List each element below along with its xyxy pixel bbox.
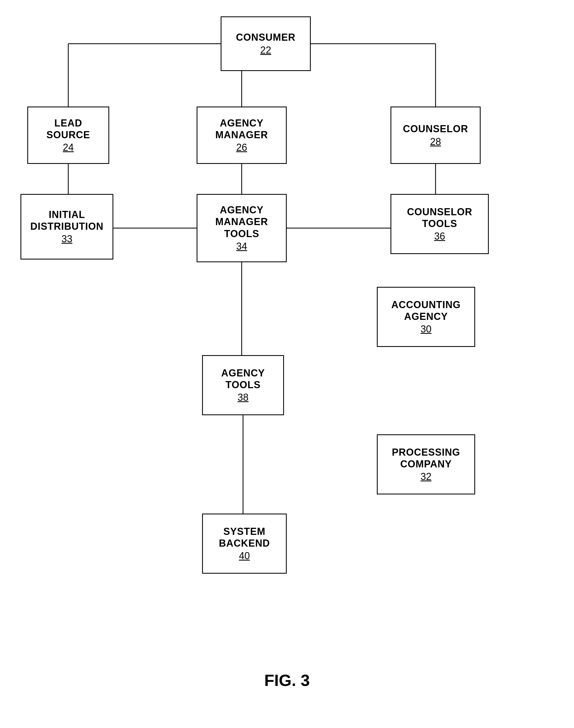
consumer-number: 22 — [260, 44, 271, 56]
system-backend-number: 40 — [239, 550, 250, 562]
initial-distribution-node: INITIAL DISTRIBUTION 33 — [20, 194, 113, 259]
consumer-node: CONSUMER 22 — [221, 16, 311, 71]
agency-tools-label: AGENCY TOOLS — [221, 367, 265, 391]
counselor-tools-node: COUNSELOR TOOLS 36 — [391, 194, 489, 254]
accounting-agency-number: 30 — [420, 323, 432, 335]
agency-manager-tools-node: AGENCY MANAGER TOOLS 34 — [197, 194, 287, 262]
lead-source-node: LEAD SOURCE 24 — [27, 107, 109, 164]
accounting-agency-node: ACCOUNTING AGENCY 30 — [377, 287, 475, 347]
figure-caption: FIG. 3 — [264, 671, 310, 690]
agency-manager-node: AGENCY MANAGER 26 — [197, 107, 287, 164]
system-backend-node: SYSTEM BACKEND 40 — [202, 514, 287, 574]
initial-distribution-number: 33 — [62, 233, 72, 245]
counselor-tools-label: COUNSELOR TOOLS — [407, 206, 472, 230]
agency-manager-tools-label: AGENCY MANAGER TOOLS — [215, 204, 268, 240]
lead-source-label: LEAD SOURCE — [46, 117, 90, 141]
accounting-agency-label: ACCOUNTING AGENCY — [391, 299, 461, 322]
processing-company-node: PROCESSING COMPANY 32 — [377, 434, 475, 494]
diagram-container: CONSUMER 22 LEAD SOURCE 24 AGENCY MANAGE… — [0, 0, 574, 728]
agency-manager-number: 26 — [236, 142, 247, 153]
counselor-number: 28 — [430, 136, 441, 148]
system-backend-label: SYSTEM BACKEND — [219, 526, 270, 549]
agency-manager-tools-number: 34 — [236, 241, 247, 252]
counselor-node: COUNSELOR 28 — [391, 107, 481, 164]
agency-tools-node: AGENCY TOOLS 38 — [202, 355, 284, 415]
initial-distribution-label: INITIAL DISTRIBUTION — [30, 209, 104, 232]
counselor-label: COUNSELOR — [403, 123, 468, 135]
lead-source-number: 24 — [63, 142, 74, 153]
agency-tools-number: 38 — [238, 392, 248, 403]
consumer-label: CONSUMER — [236, 31, 295, 43]
processing-company-label: PROCESSING COMPANY — [392, 446, 460, 470]
processing-company-number: 32 — [420, 471, 432, 482]
agency-manager-label: AGENCY MANAGER — [215, 117, 268, 141]
counselor-tools-number: 36 — [434, 231, 445, 242]
